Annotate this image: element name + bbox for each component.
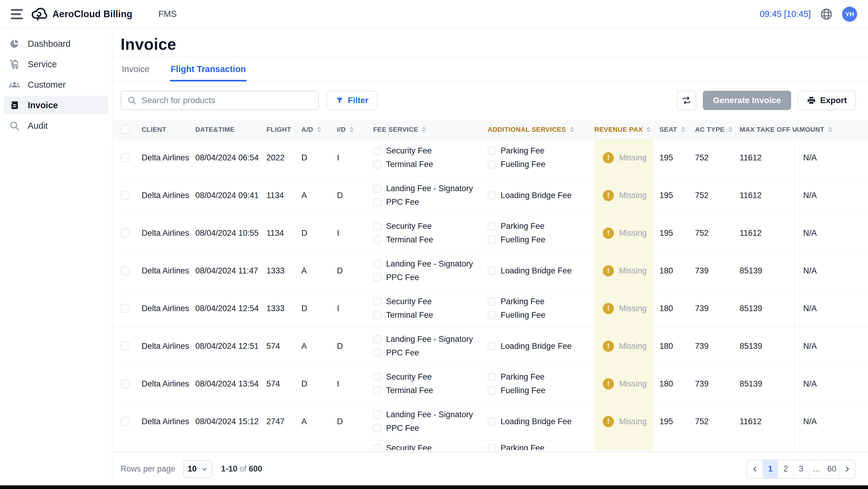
filter-button[interactable]: Filter [327, 91, 377, 110]
sync-button[interactable] [677, 91, 696, 110]
cell-mtow: 85139 [733, 365, 795, 402]
fee-label: PPC Fee [386, 273, 419, 282]
row-checkbox[interactable] [121, 342, 130, 350]
cell-ad: A [301, 177, 337, 214]
fee-line: PPC Fee [373, 197, 419, 207]
fee-checkbox[interactable] [488, 267, 496, 275]
sidebar-item-customer[interactable]: Customer [4, 75, 108, 94]
page-button-3[interactable]: 3 [793, 460, 809, 478]
hamburger-menu-icon[interactable] [11, 9, 23, 19]
fee-checkbox[interactable] [373, 298, 381, 306]
page-button-...[interactable]: ... [809, 460, 824, 478]
column-header-additional[interactable]: ADDITIONAL SERVICES [488, 126, 594, 133]
toolbar: Filter Generate Invoice [121, 90, 856, 110]
filter-funnel-icon [336, 96, 344, 104]
env-label: FMS [158, 9, 177, 19]
fee-checkbox[interactable] [373, 273, 381, 282]
sidebar-item-audit[interactable]: Audit [4, 116, 108, 135]
fee-checkbox[interactable] [373, 387, 381, 395]
flight-transaction-table: CLIENT DATE&TIME FLIGHT A/D I/D FEE SERV… [113, 120, 868, 450]
fee-line: Landing Fee - Signatory [373, 335, 473, 344]
sidebar-item-invoice[interactable]: Invoice [4, 96, 108, 115]
cell-revenue-pax [594, 440, 653, 450]
fee-checkbox[interactable] [373, 444, 381, 450]
warning-icon: ! [603, 265, 614, 276]
fee-checkbox[interactable] [488, 373, 496, 381]
table-row: Delta Airlines 08/04/2024 10:55 1134 D I… [113, 214, 868, 252]
fee-checkbox[interactable] [488, 298, 496, 306]
page-button-60[interactable]: 60 [824, 460, 839, 478]
cell-seat: 180 [653, 290, 688, 327]
cell-datetime: 08/04/2024 15:12 [195, 403, 267, 440]
row-checkbox[interactable] [121, 228, 130, 238]
column-header-revenue_pax[interactable]: REVENUE PAX [594, 126, 653, 133]
fee-checkbox[interactable] [373, 335, 381, 343]
sidebar-item-service[interactable]: Service [4, 55, 108, 73]
search-input[interactable] [142, 96, 312, 105]
fee-label: Landing Fee - Signatory [386, 410, 473, 419]
fee-checkbox[interactable] [373, 236, 381, 244]
fee-line: Security Fee [373, 297, 432, 306]
fee-checkbox[interactable] [488, 342, 496, 350]
fee-checkbox[interactable] [373, 184, 381, 193]
row-checkbox[interactable] [121, 191, 130, 200]
page-button-1[interactable]: 1 [763, 460, 778, 478]
fee-checkbox[interactable] [373, 373, 381, 381]
fee-checkbox[interactable] [488, 160, 496, 169]
fee-line: Fuelling Fee [488, 160, 546, 169]
fee-checkbox[interactable] [373, 222, 381, 230]
column-header-ad[interactable]: A/D [301, 126, 337, 133]
fee-checkbox[interactable] [488, 418, 496, 426]
globe-icon[interactable] [820, 7, 833, 21]
rows-per-page-select[interactable]: 10 [183, 460, 212, 478]
fee-checkbox[interactable] [488, 222, 496, 230]
generate-invoice-button[interactable]: Generate Invoice [703, 91, 792, 110]
luggage-cart-icon [9, 59, 20, 70]
column-header-amount[interactable]: AMOUNT [795, 126, 868, 133]
row-checkbox[interactable] [121, 153, 130, 162]
fee-checkbox[interactable] [373, 410, 381, 419]
search-box[interactable] [121, 91, 319, 110]
select-all-checkbox[interactable] [121, 125, 130, 134]
fee-checkbox[interactable] [488, 387, 496, 395]
fee-line: Parking Fee [488, 146, 545, 156]
fee-line: Loading Bridge Fee [488, 417, 572, 426]
fee-label: Security Fee [386, 146, 432, 156]
row-checkbox[interactable] [121, 379, 130, 388]
row-checkbox[interactable] [121, 266, 130, 275]
fee-line: Terminal Fee [373, 386, 433, 395]
cell-ad: A [301, 403, 337, 440]
column-header-seat[interactable]: SEAT [653, 126, 688, 133]
fee-checkbox[interactable] [373, 424, 381, 432]
tab-flight-transaction[interactable]: Flight Transaction [170, 64, 247, 82]
fee-checkbox[interactable] [373, 160, 381, 169]
row-checkbox[interactable] [121, 417, 130, 426]
sidebar-item-label: Invoice [28, 100, 58, 110]
fee-checkbox[interactable] [373, 349, 381, 357]
fee-checkbox[interactable] [373, 198, 381, 206]
user-avatar[interactable]: YH [842, 7, 857, 22]
fee-line: Landing Fee - Signatory [373, 184, 473, 193]
cell-fee-service: Landing Fee - Signatory PPC Fee [373, 328, 488, 365]
tab-invoice[interactable]: Invoice [121, 64, 150, 82]
page-button-2[interactable]: 2 [778, 460, 793, 478]
column-header-id[interactable]: I/D [337, 126, 373, 133]
next-page-button[interactable] [839, 460, 855, 478]
fee-checkbox[interactable] [373, 147, 381, 155]
export-button[interactable]: Export [798, 91, 856, 110]
column-header-ac_type[interactable]: AC TYPE [688, 126, 733, 133]
fee-checkbox[interactable] [488, 444, 496, 450]
cell-seat: 195 [653, 139, 688, 176]
title-block: Invoice [113, 28, 868, 57]
fee-checkbox[interactable] [488, 236, 496, 244]
fee-checkbox[interactable] [488, 147, 496, 155]
row-checkbox[interactable] [121, 304, 130, 313]
column-header-fee_service[interactable]: FEE SERVICE [373, 126, 488, 133]
table-body: Delta Airlines 08/04/2024 06:54 2022 D I… [113, 139, 868, 450]
fee-checkbox[interactable] [488, 311, 496, 319]
fee-checkbox[interactable] [488, 191, 496, 200]
fee-checkbox[interactable] [373, 260, 381, 268]
prev-page-button[interactable] [747, 460, 763, 478]
sidebar-item-dashboard[interactable]: Dashboard [4, 34, 108, 53]
fee-checkbox[interactable] [373, 311, 381, 319]
